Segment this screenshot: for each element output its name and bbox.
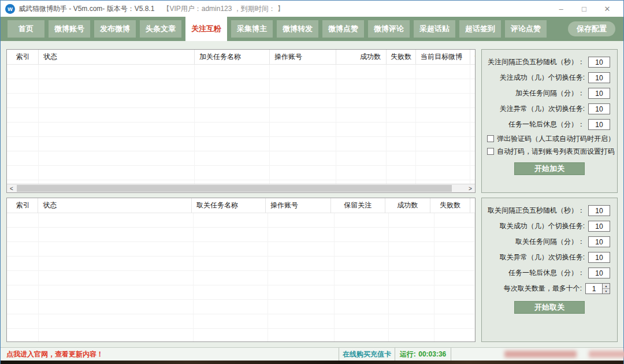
unfollow-rest-input[interactable]	[588, 268, 610, 278]
spinner-down-icon[interactable]: ▼	[603, 289, 610, 294]
unfollow-interval-input[interactable]	[588, 205, 610, 216]
captcha-popup-checkbox[interactable]	[487, 135, 494, 142]
column-header-gender: 性别	[470, 50, 475, 64]
tab-weibo-comment[interactable]: 微博评论	[368, 20, 410, 38]
column-header-unfollow-task-name: 取关任务名称	[192, 198, 266, 213]
follow-error-switch-input[interactable]	[588, 103, 610, 114]
tab-collect-bloggers[interactable]: 采集博主	[231, 20, 273, 38]
unfollow-count-stepper[interactable]: ▲ ▼	[603, 283, 610, 294]
main-content: 索引 状态 加关任务名称 操作账号 成功数 失败数 当前目标微博 性别 < >	[1, 41, 623, 342]
runtime-value: 00:03:36	[418, 350, 446, 358]
follow-interval-label: 关注间隔正负五秒随机（秒）：	[488, 57, 585, 67]
column-header-status: 状态	[38, 198, 192, 213]
setting-row: 取关任务间隔（分）：	[482, 234, 617, 250]
column-header-keep-following: 保留关注	[331, 198, 385, 213]
scroll-left-icon[interactable]: <	[7, 184, 16, 192]
tab-publish-weibo[interactable]: 发布微博	[94, 20, 136, 38]
setting-row: 关注成功（几）个切换任务:	[482, 70, 617, 86]
setting-row: 任务一轮后休息（分）：	[482, 265, 617, 281]
follow-table-body	[7, 65, 475, 184]
unfollow-task-interval-input[interactable]	[588, 236, 610, 247]
official-site-link[interactable]: 点我进入官网，查看更新内容！	[6, 350, 103, 359]
scroll-right-icon[interactable]: >	[466, 184, 475, 192]
tab-home[interactable]: 首页	[8, 20, 44, 38]
status-section-watermark	[451, 348, 623, 361]
unfollow-count-label: 每次取关数量，最多十个:	[504, 284, 582, 294]
follow-task-interval-input[interactable]	[588, 88, 610, 99]
setting-row: 关注间隔正负五秒随机（秒）：	[482, 54, 617, 70]
settings-column: 关注间隔正负五秒随机（秒）： 关注成功（几）个切换任务: 加关任务间隔（分）： …	[481, 49, 618, 342]
status-section-runtime: 运行: 00:03:36	[395, 348, 451, 361]
tab-weibo-account[interactable]: 微博账号	[49, 20, 90, 38]
tab-weibo-like[interactable]: 微博点赞	[322, 20, 364, 38]
unfollow-error-switch-input[interactable]	[588, 252, 610, 263]
unfollow-rest-label: 任务一轮后休息（分）：	[508, 268, 585, 278]
follow-task-interval-label: 加关任务间隔（分）：	[515, 88, 585, 98]
follow-interval-input[interactable]	[588, 57, 610, 68]
setting-row: 关注异常（几）次切换任务:	[482, 101, 617, 117]
follow-success-switch-input[interactable]	[588, 72, 610, 83]
start-unfollow-button[interactable]: 开始取关	[514, 301, 585, 314]
window-title: 威武猫微博助手 - V5m.com- 版本号：V5.8.1	[18, 4, 154, 14]
follow-rest-label: 任务一轮后休息（分）：	[508, 120, 585, 129]
auto-captcha-checkbox[interactable]	[487, 148, 494, 155]
follow-success-switch-label: 关注成功（几）个切换任务:	[500, 73, 585, 83]
runtime-label: 运行:	[400, 350, 416, 359]
title-bar: w 威武猫微博助手 - V5m.com- 版本号：V5.8.1 【VIP用户：a…	[1, 1, 623, 17]
setting-row: 取关异常（几）次切换任务:	[482, 250, 617, 265]
unfollow-count-input[interactable]	[585, 283, 603, 294]
captcha-popup-row: 弹出验证码（人工或自动打码时开启）	[482, 132, 617, 145]
captcha-popup-label: 弹出验证码（人工或自动打码时开启）	[497, 134, 615, 144]
tab-comment-like[interactable]: 评论点赞	[505, 20, 547, 38]
window-controls: – □ ✕	[549, 5, 619, 13]
tab-follow-exchange[interactable]: 关注互粉	[185, 17, 227, 41]
status-section-news: 点我进入官网，查看更新内容！	[1, 348, 339, 361]
unfollow-count-row: 每次取关数量，最多十个: ▲ ▼	[482, 281, 617, 296]
follow-rest-input[interactable]	[588, 119, 610, 130]
vip-info: 【VIP用户：admin123 ，到期时间： 】	[162, 4, 284, 14]
maximize-icon[interactable]: □	[573, 5, 596, 13]
column-header-index: 索引	[7, 50, 39, 64]
column-header-current-target: 当前目标微博	[416, 50, 470, 64]
column-header-status: 状态	[39, 50, 195, 64]
tab-collect-supertopic[interactable]: 采超话贴	[414, 20, 455, 38]
follow-table-header: 索引 状态 加关任务名称 操作账号 成功数 失败数 当前目标微博 性别	[7, 50, 475, 65]
minimize-icon[interactable]: –	[549, 5, 573, 13]
tab-weibo-repost[interactable]: 微博转发	[277, 20, 318, 38]
close-icon[interactable]: ✕	[596, 5, 619, 13]
setting-row: 加关任务间隔（分）：	[482, 86, 617, 101]
follow-settings-panel: 关注间隔正负五秒随机（秒）： 关注成功（几）个切换任务: 加关任务间隔（分）： …	[481, 49, 618, 193]
column-header-fail-count: 失败数	[430, 198, 470, 213]
unfollow-interval-label: 取关间隔正负五秒随机（秒）：	[488, 206, 585, 216]
status-bar: 点我进入官网，查看更新内容！ 在线购买充值卡 运行: 00:03:36	[1, 347, 623, 361]
tab-headline-article[interactable]: 头条文章	[140, 20, 181, 38]
unfollow-settings-panel: 取关间隔正负五秒随机（秒）： 取关成功（几）个切换任务: 取关任务间隔（分）： …	[481, 198, 618, 342]
desktop-edge-strip	[1, 361, 623, 364]
app-window: w 威武猫微博助手 - V5m.com- 版本号：V5.8.1 【VIP用户：a…	[0, 0, 624, 364]
blurred-watermark	[504, 351, 577, 358]
unfollow-task-interval-label: 取关任务间隔（分）：	[515, 237, 585, 247]
unfollow-error-switch-label: 取关异常（几）次切换任务:	[500, 252, 585, 262]
follow-task-table: 索引 状态 加关任务名称 操作账号 成功数 失败数 当前目标微博 性别 < >	[6, 49, 476, 193]
scrollbar-thumb[interactable]	[17, 185, 452, 192]
column-header-follow-task-name: 加关任务名称	[195, 50, 270, 64]
spinner-up-icon[interactable]: ▲	[603, 284, 610, 289]
tab-bar: 首页 微博账号 发布微博 头条文章 关注互粉 采集博主 微博转发 微博点赞 微博…	[1, 17, 623, 41]
buy-recharge-card-link[interactable]: 在线购买充值卡	[343, 350, 391, 359]
auto-captcha-label: 自动打码，请到账号列表页面设置打码	[497, 147, 615, 157]
follow-error-switch-label: 关注异常（几）次切换任务:	[500, 104, 585, 114]
unfollow-table-body	[7, 213, 475, 341]
column-header-success-count: 成功数	[336, 50, 387, 64]
unfollow-task-table: 索引 状态 取关任务名称 操作账号 保留关注 成功数 失败数	[6, 198, 476, 342]
unfollow-table-header: 索引 状态 取关任务名称 操作账号 保留关注 成功数 失败数	[7, 198, 475, 213]
start-follow-button[interactable]: 开始加关	[514, 162, 585, 175]
content-gap	[1, 342, 623, 347]
app-logo-icon: w	[5, 4, 15, 14]
tab-supertopic-checkin[interactable]: 超话签到	[459, 20, 501, 38]
horizontal-scrollbar[interactable]: < >	[7, 184, 475, 192]
unfollow-success-switch-input[interactable]	[588, 221, 610, 232]
setting-row: 取关间隔正负五秒随机（秒）：	[482, 203, 617, 218]
save-config-button[interactable]: 保存配置	[568, 21, 615, 36]
setting-row: 取关成功（几）个切换任务:	[482, 218, 617, 234]
auto-captcha-row: 自动打码，请到账号列表页面设置打码	[482, 145, 617, 158]
